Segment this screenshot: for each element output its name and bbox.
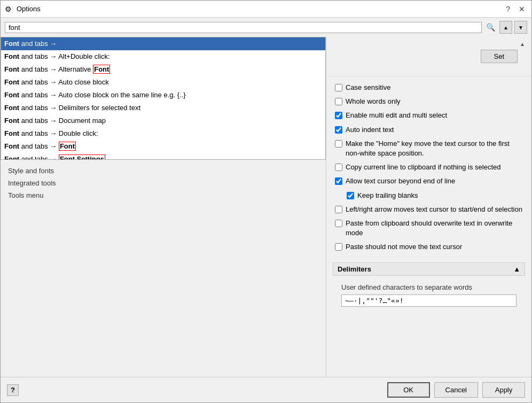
checkbox-home-key[interactable] (335, 140, 342, 148)
option-case-sensitive: Case sensitive (335, 83, 523, 92)
options-section: Case sensitive Whole words only Enable m… (326, 76, 531, 258)
option-multi-edit: Enable multi edit and multi select (335, 111, 523, 120)
label-home-key[interactable]: Make the "Home" key move the text cursor… (346, 139, 523, 158)
nav-down-btn[interactable]: ▼ (514, 21, 527, 34)
results-list[interactable]: Font and tabs → Font and tabs → Alt+Doub… (1, 37, 326, 160)
search-button[interactable]: 🔍 (484, 22, 497, 33)
option-keep-blanks: Keep trailing blanks (347, 191, 523, 200)
result-item-2[interactable]: Font and tabs → Alternative Font (1, 63, 325, 76)
cancel-button[interactable]: Cancel (434, 382, 478, 398)
checkbox-multi-edit[interactable] (335, 112, 342, 119)
result-rest-1: and tabs → Alt+Double click: (19, 52, 109, 60)
result-rest-7: and tabs → Double click: (19, 129, 98, 137)
help-title-btn[interactable]: ? (504, 4, 512, 14)
options-window: ⚙ Options ? ✕ font 🔍 ▲ ▼ Font and tabs →… (0, 0, 532, 403)
label-keep-blanks[interactable]: Keep trailing blanks (357, 191, 418, 200)
window-title: Options (17, 5, 41, 13)
label-auto-indent[interactable]: Auto indent text (346, 125, 394, 135)
delimiters-header[interactable]: Delimiters ▲ (333, 262, 525, 276)
result-item-4[interactable]: Font and tabs → Auto close block on the … (1, 89, 325, 102)
search-input[interactable]: font (9, 24, 478, 32)
label-multi-edit[interactable]: Enable multi edit and multi select (346, 111, 447, 120)
option-arrow-moves: Left/right arrow moves text cursor to st… (335, 205, 523, 214)
delimiters-section: Delimiters ▲ User defined characters to … (326, 258, 531, 317)
checkbox-keep-blanks[interactable] (347, 192, 354, 199)
result-rest-8a: and tabs → (19, 142, 59, 150)
bottom-bar: ? OK Cancel Apply (1, 377, 531, 402)
delimiters-description: User defined characters to separate word… (341, 283, 517, 291)
result-item-5[interactable]: Font and tabs → Delimiters for selected … (1, 102, 325, 114)
result-box-8: Font (59, 142, 76, 151)
checkbox-whole-words[interactable] (335, 98, 342, 105)
option-auto-indent: Auto indent text (335, 125, 523, 135)
label-copy-line[interactable]: Copy current line to clipboard if nothin… (346, 162, 501, 172)
result-item-0[interactable]: Font and tabs → (1, 37, 325, 50)
result-item-7[interactable]: Font and tabs → Double click: (1, 127, 325, 140)
delimiters-toggle-icon: ▲ (513, 265, 520, 273)
delimiters-input[interactable]: ~—·|,""'?…"«»! (341, 294, 517, 307)
result-box-9: Font Settings (59, 154, 105, 160)
option-copy-line: Copy current line to clipboard if nothin… (335, 162, 523, 172)
checkbox-paste-overwrite[interactable] (335, 220, 342, 227)
option-whole-words: Whole words only (335, 97, 523, 106)
result-item-9[interactable]: Font and tabs → Font Settings (1, 153, 325, 160)
checkbox-auto-indent[interactable] (335, 126, 342, 134)
sidebar-item-tools-menu[interactable]: Tools menu (5, 190, 322, 201)
set-button[interactable]: Set (481, 50, 518, 63)
collapse-icon-1: ▲ (520, 41, 525, 47)
option-home-key: Make the "Home" key move the text cursor… (335, 139, 523, 158)
result-bold-0: Font (4, 40, 19, 48)
result-rest-0: and tabs → (19, 40, 57, 48)
delimiters-content: User defined characters to separate word… (333, 279, 525, 311)
result-item-8[interactable]: Font and tabs → Font (1, 140, 325, 153)
label-paste-no-move[interactable]: Paste should not move the text cursor (346, 242, 462, 252)
label-arrow-moves[interactable]: Left/right arrow moves text cursor to st… (346, 205, 522, 214)
bottom-right: OK Cancel Apply (387, 382, 525, 398)
result-rest-5: and tabs → Delimiters for selected text (19, 104, 140, 112)
ok-button[interactable]: OK (387, 382, 430, 398)
sidebar-item-style-fonts[interactable]: Style and fonts (5, 165, 322, 176)
search-bar: font 🔍 ▲ ▼ (1, 18, 531, 37)
sidebar-item-integrated-tools[interactable]: Integrated tools (5, 177, 322, 189)
label-whole-words[interactable]: Whole words only (346, 97, 401, 106)
set-section: Set ▲ (326, 37, 531, 76)
search-results-panel: Font and tabs → Font and tabs → Alt+Doub… (1, 37, 326, 377)
checkbox-arrow-moves[interactable] (335, 206, 342, 213)
title-bar: ⚙ Options ? ✕ (1, 1, 531, 18)
option-cursor-beyond: Allow text cursor beyond end of line (335, 176, 523, 186)
close-btn[interactable]: ✕ (517, 4, 527, 14)
title-bar-controls: ? ✕ (504, 4, 527, 14)
result-bold-6: Font (4, 117, 19, 125)
result-rest-9a: and tabs → (19, 155, 59, 160)
result-item-1[interactable]: Font and tabs → Alt+Double click: (1, 50, 325, 63)
nav-up-btn[interactable]: ▲ (499, 21, 512, 34)
left-nav: Style and fonts Integrated tools Tools m… (1, 160, 326, 206)
result-item-3[interactable]: Font and tabs → Auto close block (1, 76, 325, 89)
main-content: Font and tabs → Font and tabs → Alt+Doub… (1, 37, 531, 377)
option-paste-overwrite: Paste from clipboard should overwrite te… (335, 219, 523, 238)
label-cursor-beyond[interactable]: Allow text cursor beyond end of line (346, 176, 455, 186)
help-button[interactable]: ? (7, 384, 19, 396)
checkbox-paste-no-move[interactable] (335, 243, 342, 251)
result-bold-4: Font (4, 91, 19, 99)
checkbox-copy-line[interactable] (335, 164, 342, 171)
checkbox-case-sensitive[interactable] (335, 84, 342, 91)
result-bold-7: Font (4, 129, 19, 137)
section-toggle-1[interactable]: ▲ (520, 41, 525, 47)
result-bold-1: Font (4, 52, 19, 60)
window-icon: ⚙ (5, 5, 13, 13)
result-rest-2a: and tabs → Alternative (19, 65, 93, 73)
option-paste-no-move: Paste should not move the text cursor (335, 242, 523, 252)
label-paste-overwrite[interactable]: Paste from clipboard should overwrite te… (346, 219, 523, 238)
result-item-6[interactable]: Font and tabs → Document map (1, 114, 325, 127)
checkbox-cursor-beyond[interactable] (335, 177, 342, 185)
result-bold-5: Font (4, 104, 19, 112)
result-bold-3: Font (4, 78, 19, 86)
result-rest-3: and tabs → Auto close block (19, 78, 109, 86)
delimiters-title: Delimiters (338, 265, 371, 273)
title-bar-left: ⚙ Options (5, 5, 41, 13)
right-panel: Set ▲ Case sensitive Whole words only (326, 37, 531, 377)
apply-button[interactable]: Apply (482, 382, 525, 398)
label-case-sensitive[interactable]: Case sensitive (346, 83, 391, 92)
result-bold-9: Font (4, 155, 19, 160)
